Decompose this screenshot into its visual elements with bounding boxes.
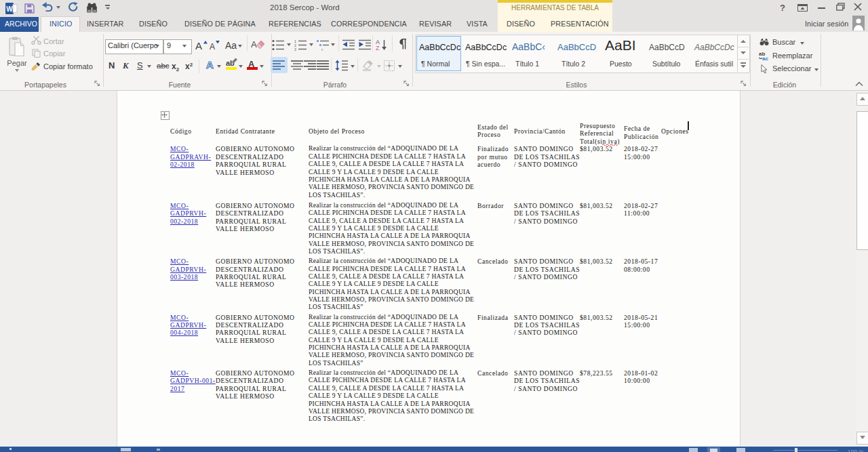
svg-text:ac: ac [762,56,768,61]
svg-text:Z: Z [376,45,380,51]
svg-text:W: W [6,5,13,13]
svg-text:i-: i- [321,47,323,51]
svg-text:A: A [251,39,257,49]
svg-text:3: 3 [294,47,296,52]
